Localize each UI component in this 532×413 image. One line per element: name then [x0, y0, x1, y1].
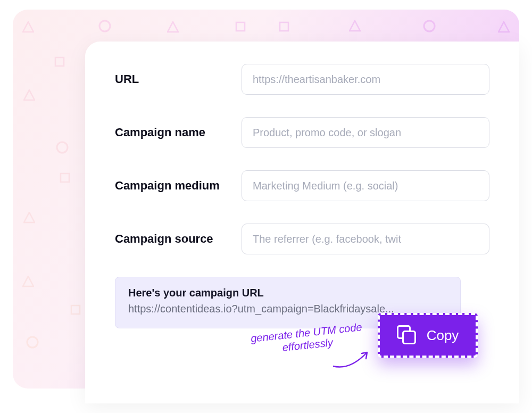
svg-point-15 — [27, 337, 38, 348]
svg-marker-9 — [24, 90, 35, 100]
svg-rect-8 — [55, 57, 64, 66]
label-campaign-name: Campaign name — [115, 126, 242, 139]
campaign-medium-input[interactable] — [242, 170, 489, 201]
svg-point-1 — [99, 21, 110, 31]
row-campaign-medium: Campaign medium — [115, 170, 489, 201]
campaign-source-input[interactable] — [242, 224, 489, 254]
row-campaign-name: Campaign name — [115, 117, 489, 148]
svg-point-6 — [424, 21, 435, 31]
svg-rect-4 — [280, 22, 288, 31]
copy-button[interactable]: Copy — [378, 313, 478, 358]
svg-marker-2 — [168, 22, 178, 32]
svg-rect-14 — [71, 305, 80, 314]
copy-icon — [397, 325, 417, 345]
copy-button-label: Copy — [427, 327, 459, 344]
svg-marker-13 — [23, 276, 34, 286]
svg-marker-12 — [24, 212, 35, 222]
label-url: URL — [115, 72, 242, 86]
svg-rect-3 — [236, 22, 245, 31]
svg-marker-5 — [350, 21, 360, 31]
campaign-name-input[interactable] — [242, 117, 489, 148]
label-campaign-medium: Campaign medium — [115, 179, 242, 193]
svg-rect-11 — [61, 174, 69, 182]
label-campaign-source: Campaign source — [115, 232, 242, 246]
result-title: Here's your campaign URL — [128, 287, 447, 299]
row-campaign-source: Campaign source — [115, 224, 489, 254]
svg-point-10 — [57, 142, 68, 153]
url-input[interactable] — [242, 64, 489, 95]
svg-marker-7 — [498, 22, 509, 32]
row-url: URL — [115, 64, 489, 95]
svg-marker-0 — [23, 22, 34, 32]
